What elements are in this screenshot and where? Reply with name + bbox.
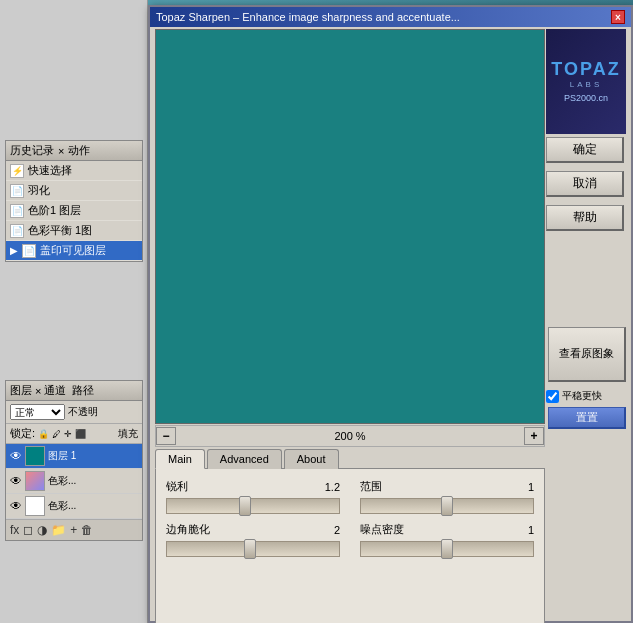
- view-original-button[interactable]: 查看原图象: [548, 327, 626, 382]
- sharpness-label: 锐利: [166, 479, 188, 494]
- sliders-grid: 锐利 1.2 范围 1 边角脆化 2: [166, 479, 534, 557]
- lock-icon: 🔒: [38, 429, 49, 439]
- tab-about[interactable]: About: [284, 449, 339, 469]
- panel-bottom-icons: fx ◻ ◑ 📁 + 🗑: [6, 519, 142, 540]
- edge-crisp-label: 边角脆化: [166, 522, 210, 537]
- all-icon: ⬛: [75, 429, 86, 439]
- history-item-4[interactable]: 📄 色彩平衡 1图: [6, 221, 142, 241]
- help-button[interactable]: 帮助: [546, 205, 624, 231]
- zoom-bar: − 200 % +: [155, 425, 545, 447]
- layer-thumb-1: [25, 446, 45, 466]
- history-icon-3: 📄: [10, 204, 24, 218]
- topaz-titlebar: Topaz Sharpen – Enhance image sharpness …: [150, 7, 631, 27]
- confirm-button[interactable]: 确定: [546, 137, 624, 163]
- layers-title: 图层: [10, 383, 32, 398]
- tab-main[interactable]: Main: [155, 449, 205, 469]
- history-item-5[interactable]: ▶ 📄 盖印可见图层: [6, 241, 142, 261]
- history-icon-5: 📄: [22, 244, 36, 258]
- history-icon-1: ⚡: [10, 164, 24, 178]
- noise-density-group: 噪点密度 1: [360, 522, 534, 557]
- history-item-2[interactable]: 📄 羽化: [6, 181, 142, 201]
- sharpness-label-row: 锐利 1.2: [166, 479, 340, 494]
- layer-row-3[interactable]: 👁 色彩...: [6, 494, 142, 519]
- folder-icon[interactable]: 📁: [51, 523, 66, 537]
- opacity-label: 不透明: [68, 405, 98, 419]
- zoom-out-button[interactable]: −: [156, 427, 176, 445]
- eye-icon-2[interactable]: 👁: [10, 474, 22, 488]
- layer-row-2[interactable]: 👁 色彩...: [6, 469, 142, 494]
- path-title: 路径: [72, 383, 94, 398]
- eye-icon-1[interactable]: 👁: [10, 449, 22, 463]
- brush-icon: 🖊: [52, 429, 61, 439]
- topaz-dialog: Topaz Sharpen – Enhance image sharpness …: [148, 5, 633, 623]
- action-title: 动作: [68, 143, 90, 158]
- zoom-value: 200 %: [334, 430, 365, 442]
- edge-crisp-value: 2: [334, 524, 340, 536]
- preview-area: [155, 29, 545, 424]
- layer-row-1[interactable]: 👁 图层 1: [6, 444, 142, 469]
- topaz-sub: PS2000.cn: [564, 93, 608, 103]
- noise-density-value: 1: [528, 524, 534, 536]
- tab-advanced[interactable]: Advanced: [207, 449, 282, 469]
- history-title: 历史记录: [10, 143, 54, 158]
- eye-icon-3[interactable]: 👁: [10, 499, 22, 513]
- new-layer-icon[interactable]: +: [70, 523, 77, 537]
- history-label-3: 色阶1 图层: [28, 203, 81, 218]
- noise-density-slider[interactable]: [360, 541, 534, 557]
- tab-content-main: 锐利 1.2 范围 1 边角脆化 2: [155, 468, 545, 623]
- sharpness-value: 1.2: [325, 481, 340, 493]
- layers-panel-header: 图层 × 通道 路径: [6, 381, 142, 401]
- close-button[interactable]: ×: [611, 10, 625, 24]
- topaz-logo-area: TOPAZ LABS PS2000.cn: [546, 29, 626, 134]
- history-label-5: 盖印可见图层: [40, 243, 106, 258]
- smooth-faster-label: 平稳更快: [562, 389, 602, 403]
- layer-name-1: 图层 1: [48, 449, 138, 463]
- reset-button[interactable]: 置置: [548, 407, 626, 429]
- smooth-faster-checkbox[interactable]: [546, 390, 559, 403]
- history-icon-2: 📄: [10, 184, 24, 198]
- history-panel-header: 历史记录 × 动作: [6, 141, 142, 161]
- history-icon-4: 📄: [10, 224, 24, 238]
- layer-name-3: 色彩...: [48, 499, 138, 513]
- layers-panel: 图层 × 通道 路径 正常 不透明 锁定: 🔒 🖊 ✛ ⬛ 填充 👁 图层 1 …: [5, 380, 143, 541]
- edge-crisp-group: 边角脆化 2: [166, 522, 340, 557]
- range-slider[interactable]: [360, 498, 534, 514]
- history-item-1[interactable]: ⚡ 快速选择: [6, 161, 142, 181]
- layer-controls: 正常 不透明: [6, 401, 142, 424]
- history-label-4: 色彩平衡 1图: [28, 223, 92, 238]
- panel-separator: ×: [58, 145, 64, 157]
- tabs-row: Main Advanced About: [155, 449, 545, 469]
- right-buttons: 确定 取消 帮助: [546, 137, 626, 231]
- panel-sep: ×: [35, 385, 41, 397]
- history-arrow-icon: ▶: [10, 245, 18, 256]
- delete-icon[interactable]: 🗑: [81, 523, 93, 537]
- layer-thumb-3: [25, 496, 45, 516]
- blend-mode-select[interactable]: 正常: [10, 404, 65, 420]
- zoom-in-button[interactable]: +: [524, 427, 544, 445]
- edge-crisp-label-row: 边角脆化 2: [166, 522, 340, 537]
- range-value: 1: [528, 481, 534, 493]
- topaz-labs: LABS: [570, 80, 602, 89]
- sharpness-slider[interactable]: [166, 498, 340, 514]
- history-label-2: 羽化: [28, 183, 50, 198]
- move-icon: ✛: [64, 429, 72, 439]
- channel-title: 通道: [44, 383, 66, 398]
- tabs-container: Main Advanced About 锐利 1.2 范围 1: [155, 449, 545, 623]
- fill-label: 填充: [118, 427, 138, 441]
- history-panel: 历史记录 × 动作 ⚡ 快速选择 📄 羽化 📄 色阶1 图层 📄 色彩平衡 1图…: [5, 140, 143, 262]
- layer-thumb-2: [25, 471, 45, 491]
- range-label: 范围: [360, 479, 382, 494]
- lock-label: 锁定:: [10, 426, 35, 441]
- history-item-3[interactable]: 📄 色阶1 图层: [6, 201, 142, 221]
- noise-density-label: 噪点密度: [360, 522, 404, 537]
- fx-icon[interactable]: fx: [10, 523, 19, 537]
- layer-name-2: 色彩...: [48, 474, 138, 488]
- dialog-title: Topaz Sharpen – Enhance image sharpness …: [156, 11, 460, 23]
- add-mask-icon[interactable]: ◻: [23, 523, 33, 537]
- range-label-row: 范围 1: [360, 479, 534, 494]
- sharpness-group: 锐利 1.2: [166, 479, 340, 514]
- cancel-button[interactable]: 取消: [546, 171, 624, 197]
- adjustment-icon[interactable]: ◑: [37, 523, 47, 537]
- history-label-1: 快速选择: [28, 163, 72, 178]
- edge-crisp-slider[interactable]: [166, 541, 340, 557]
